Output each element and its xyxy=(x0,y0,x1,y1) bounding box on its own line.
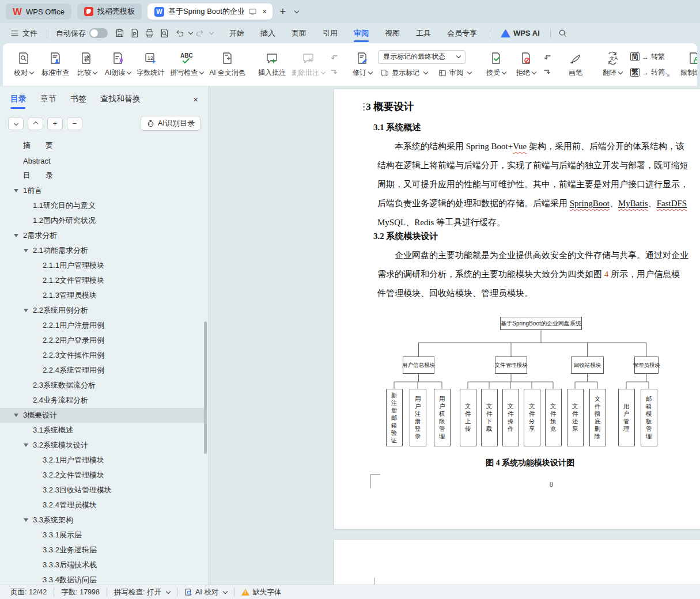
redo-button[interactable] xyxy=(192,26,207,40)
next-comment-button[interactable] xyxy=(330,66,339,75)
menu-tools[interactable]: 工具 xyxy=(408,23,439,43)
toc-item[interactable]: 3.2.4管理员模块 xyxy=(0,498,204,513)
save-button[interactable] xyxy=(112,26,127,40)
missing-font-warning[interactable]: 缺失字体 xyxy=(239,587,283,597)
toc-item[interactable]: 3.2.2文件管理模块 xyxy=(0,468,204,483)
simplified-to-traditional-button[interactable]: 简→ 转繁 xyxy=(628,51,667,63)
menu-member[interactable]: 会员专享 xyxy=(439,23,485,43)
expand-arrow-icon[interactable] xyxy=(24,249,28,252)
toc-item[interactable]: 3.3系统架构 xyxy=(0,513,204,528)
sidebar-tab-chapters[interactable]: 章节 xyxy=(40,86,56,112)
toc-item[interactable]: 2.1.2文件管理模块 xyxy=(0,273,204,288)
ink-pen-button[interactable]: 画笔 xyxy=(561,47,590,82)
document-tab[interactable]: W 基于Spring Boot的企业网盘 × xyxy=(147,3,273,20)
word-count-indicator[interactable]: 字数: 17998 xyxy=(59,587,102,597)
toc-item[interactable]: 3.2.1用户管理模块 xyxy=(0,453,204,468)
docer-template-tab[interactable]: 找稻壳模板 xyxy=(77,3,142,20)
show-marks-button[interactable]: 显示标记 xyxy=(378,67,430,79)
toc-item[interactable]: 2.1功能需求分析 xyxy=(0,243,204,258)
toc-item[interactable]: 2.4业务流程分析 xyxy=(0,393,204,408)
page-indicator[interactable]: 页面: 12/42 xyxy=(8,587,49,597)
toc-item[interactable]: 2.2.2用户登录用例 xyxy=(0,333,204,348)
marks-state-select[interactable]: 显示标记的最终状态 xyxy=(378,50,466,64)
sidebar-scrollbar[interactable] xyxy=(204,321,207,454)
toc-item[interactable]: 2需求分析 xyxy=(0,228,204,243)
toc-item[interactable]: 3.3.4数据访问层 xyxy=(0,573,204,585)
delete-comment-button[interactable]: 删除批注 xyxy=(289,47,327,82)
expand-arrow-icon[interactable] xyxy=(24,518,28,522)
previous-comment-button[interactable] xyxy=(330,54,339,63)
print-button[interactable] xyxy=(142,26,157,40)
toc-item[interactable]: 3概要设计 xyxy=(0,408,204,423)
sidebar-tab-bookmarks[interactable]: 书签 xyxy=(70,86,86,112)
ai-proofread-status[interactable]: AI 校对 xyxy=(182,587,229,597)
toc-item[interactable]: 3.2.3回收站管理模块 xyxy=(0,483,204,498)
print-preview-button[interactable] xyxy=(157,26,172,40)
toc-item[interactable]: 3.3.2业务逻辑层 xyxy=(0,543,204,558)
menu-view[interactable]: 视图 xyxy=(377,23,408,43)
ai-recognize-toc-button[interactable]: AI识别目录 xyxy=(141,116,200,131)
ai-polish-button[interactable]: AI 全文润色 xyxy=(207,47,248,82)
menu-page[interactable]: 页面 xyxy=(283,23,315,43)
toc-expand-button[interactable] xyxy=(8,117,24,130)
expand-arrow-icon[interactable] xyxy=(14,414,18,417)
spell-check-status[interactable]: 拼写检查: 打开 xyxy=(112,587,172,597)
toc-item[interactable]: 2.2.4系统管理用例 xyxy=(0,363,204,378)
toc-item[interactable]: 3.3.1展示层 xyxy=(0,528,204,543)
toc-item[interactable]: 1.2国内外研究状况 xyxy=(0,213,204,228)
toc-item[interactable]: 2.1.1用户管理模块 xyxy=(0,258,204,273)
wps-home-tab[interactable]: W WPS Office xyxy=(6,3,71,20)
tab-list-chevron-icon[interactable] xyxy=(294,8,299,13)
group-expand-arrow-icon[interactable] xyxy=(665,69,670,79)
reject-revision-button[interactable]: 拒绝 xyxy=(512,47,540,82)
close-sidebar-icon[interactable]: × xyxy=(193,94,198,104)
toc-item[interactable]: 2.1.3管理员模块 xyxy=(0,288,204,303)
ai-read-aloud-button[interactable]: AI朗读 xyxy=(103,47,133,82)
menu-review[interactable]: 审阅 xyxy=(346,23,377,43)
undo-button[interactable] xyxy=(172,26,187,40)
search-icon[interactable] xyxy=(555,26,570,40)
next-revision-button[interactable] xyxy=(543,66,552,75)
document-page-8[interactable]: 3 概要设计3.1 系统概述本系统的结构采用 Spring Boot+Vue 架… xyxy=(334,89,700,529)
toc-item[interactable]: 2.2系统用例分析 xyxy=(0,303,204,318)
menu-reference[interactable]: 引用 xyxy=(315,23,346,43)
accept-revision-button[interactable]: 接受 xyxy=(482,47,510,82)
menu-insert[interactable]: 插入 xyxy=(252,23,283,43)
restrict-editing-button[interactable]: 限制编辑 xyxy=(678,47,697,82)
expand-arrow-icon[interactable] xyxy=(24,309,28,312)
export-pdf-button[interactable] xyxy=(127,26,142,40)
expand-arrow-icon[interactable] xyxy=(14,234,18,237)
traditional-to-simplified-button[interactable]: 繁→ 转简 xyxy=(628,66,667,79)
sidebar-tab-find-replace[interactable]: 查找和替换 xyxy=(100,86,141,112)
document-page-9[interactable] xyxy=(334,540,700,585)
compare-button[interactable]: 比较 xyxy=(73,47,101,82)
file-menu[interactable]: 文件 xyxy=(6,28,42,39)
document-canvas[interactable]: 3 概要设计3.1 系统概述本系统的结构采用 Spring Boot+Vue 架… xyxy=(209,86,700,585)
toc-item[interactable]: Abstract xyxy=(0,153,204,168)
track-changes-button[interactable]: 修订 xyxy=(348,47,377,82)
toc-zoom-in-button[interactable]: + xyxy=(47,117,63,130)
standard-review-button[interactable]: 标准审查 xyxy=(39,47,71,82)
expand-arrow-icon[interactable] xyxy=(24,443,28,447)
toc-item[interactable]: 3.3.3后端技术栈 xyxy=(0,558,204,573)
word-count-button[interactable]: 12 字数统计 xyxy=(134,47,167,82)
translate-button[interactable]: 文A 翻译 xyxy=(598,47,627,82)
toc-zoom-out-button[interactable]: − xyxy=(67,117,82,130)
toc-item[interactable]: 2.2.1用户注册用例 xyxy=(0,318,204,333)
toc-item[interactable]: 目 录 xyxy=(0,168,204,183)
redo-chevron-icon[interactable] xyxy=(209,30,214,35)
close-tab-icon[interactable]: × xyxy=(261,7,268,16)
toc-item[interactable]: 1.1研究目的与意义 xyxy=(0,198,204,213)
toc-item[interactable]: 2.3系统数据流分析 xyxy=(0,378,204,393)
spell-check-button[interactable]: ABC 拼写检查 xyxy=(168,47,206,82)
proofread-button[interactable]: 校对 xyxy=(9,47,38,82)
review-pane-button[interactable]: 审阅 xyxy=(436,67,474,79)
new-tab-button[interactable]: + xyxy=(278,5,287,18)
wps-ai-button[interactable]: WPS AI xyxy=(495,29,546,37)
expand-arrow-icon[interactable] xyxy=(14,189,18,192)
previous-revision-button[interactable] xyxy=(543,54,552,63)
insert-comment-button[interactable]: 插入批注 xyxy=(256,47,288,82)
toc-item[interactable]: 3.2系统模块设计 xyxy=(0,438,204,453)
toc-item[interactable]: 摘 要 xyxy=(0,138,204,153)
menu-home[interactable]: 开始 xyxy=(221,23,252,43)
